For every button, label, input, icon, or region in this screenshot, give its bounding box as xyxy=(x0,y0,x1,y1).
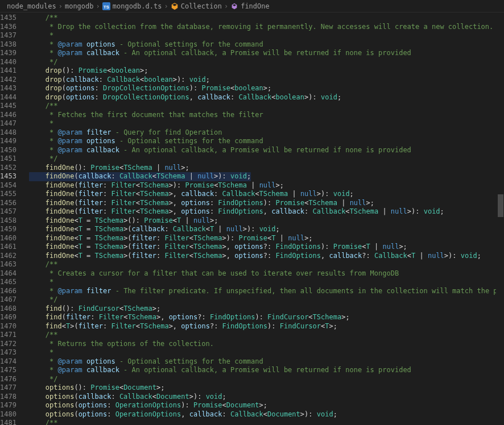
line-number: 1460 xyxy=(0,234,16,243)
code-line[interactable]: * xyxy=(29,348,504,357)
code-line[interactable]: find(): FindCursor<TSchema>; xyxy=(29,305,504,314)
code-line[interactable]: options(options: OperationOptions): Prom… xyxy=(29,401,504,410)
code-line[interactable]: /** xyxy=(29,419,504,425)
line-number: 1465 xyxy=(0,278,16,287)
code-line[interactable]: * @param filter - The filter predicate. … xyxy=(29,287,504,296)
line-number: 1455 xyxy=(0,190,16,199)
code-line[interactable]: * xyxy=(29,119,504,128)
code-line[interactable]: findOne(filter: Filter<TSchema>, callbac… xyxy=(29,190,504,199)
breadcrumb-label: node_modules xyxy=(7,2,56,10)
line-number: 1435 xyxy=(0,14,16,23)
code-line[interactable]: * Drop the collection from the database,… xyxy=(29,23,504,32)
code-line[interactable]: /** xyxy=(29,260,504,269)
code-line[interactable]: findOne<T = TSchema>(): Promise<T | null… xyxy=(29,216,504,226)
breadcrumb[interactable]: node_modules › mongodb › TS mongodb.d.ts… xyxy=(0,0,504,13)
line-number: 1461 xyxy=(0,243,16,252)
line-number: 1456 xyxy=(0,199,16,208)
code-line[interactable]: drop(): Promise<boolean>; xyxy=(29,66,504,76)
code-line[interactable]: drop(options: DropCollectionOptions, cal… xyxy=(29,93,504,102)
line-number: 1445 xyxy=(0,102,16,111)
code-line[interactable]: * @param options - Optional settings for… xyxy=(29,137,504,146)
code-line[interactable]: * Returns the options of the collection. xyxy=(29,340,504,349)
line-number: 1443 xyxy=(0,84,16,93)
line-number: 1467 xyxy=(0,295,16,305)
code-line[interactable]: findOne<T = TSchema>(filter: Filter<TSch… xyxy=(29,252,504,261)
chevron-right-icon: › xyxy=(224,2,228,10)
code-line[interactable]: findOne(filter: Filter<TSchema>): Promis… xyxy=(29,181,504,190)
breadcrumb-label: findOne xyxy=(241,2,270,10)
line-number-gutter: 1435143614371438143914401441144214431444… xyxy=(0,13,27,425)
code-editor[interactable]: 1435143614371438143914401441144214431444… xyxy=(0,13,504,425)
line-number: 1473 xyxy=(0,348,16,357)
svg-text:TS: TS xyxy=(104,4,109,9)
line-number: 1469 xyxy=(0,313,16,322)
line-number: 1466 xyxy=(0,287,16,296)
code-line[interactable]: */ xyxy=(29,58,504,67)
code-line[interactable]: */ xyxy=(29,295,504,305)
line-number: 1479 xyxy=(0,401,16,410)
vertical-scrollbar[interactable] xyxy=(496,13,504,425)
code-line[interactable]: options(options: OperationOptions, callb… xyxy=(29,410,504,419)
line-number: 1478 xyxy=(0,393,16,402)
code-line[interactable]: /** xyxy=(29,102,504,111)
code-line[interactable]: * xyxy=(29,278,504,287)
line-number: 1477 xyxy=(0,384,16,393)
code-line[interactable]: options(): Promise<Document>; xyxy=(29,384,504,393)
code-line[interactable]: * Creates a cursor for a filter that can… xyxy=(29,269,504,278)
code-line[interactable]: * @param options - Optional settings for… xyxy=(29,40,504,49)
line-number: 1480 xyxy=(0,410,16,419)
line-number: 1451 xyxy=(0,155,16,164)
line-number: 1457 xyxy=(0,207,16,216)
code-line[interactable]: find<T>(filter: Filter<TSchema>, options… xyxy=(29,322,504,331)
line-number: 1468 xyxy=(0,305,16,314)
code-line[interactable]: findOne(): Promise<TSchema | null>; xyxy=(29,164,504,173)
line-number: 1472 xyxy=(0,340,16,349)
code-line[interactable]: * @param callback - An optional callback… xyxy=(29,49,504,58)
code-line[interactable]: * @param callback - An optional callback… xyxy=(29,366,504,375)
line-number: 1436 xyxy=(0,23,16,32)
line-number: 1447 xyxy=(0,119,16,128)
line-number: 1464 xyxy=(0,269,16,278)
line-number: 1463 xyxy=(0,260,16,269)
code-line[interactable]: options(callback: Callback<Document>): v… xyxy=(29,393,504,402)
typescript-file-icon: TS xyxy=(102,2,110,10)
code-line[interactable]: findOne<T = TSchema>(filter: Filter<TSch… xyxy=(29,234,504,243)
line-number: 1454 xyxy=(0,181,16,190)
chevron-right-icon: › xyxy=(96,2,100,10)
code-line[interactable]: * Fetches the first document that matche… xyxy=(29,111,504,120)
code-line[interactable]: findOne(filter: Filter<TSchema>, options… xyxy=(29,199,504,208)
code-line[interactable]: /** xyxy=(29,331,504,340)
code-line[interactable]: */ xyxy=(29,375,504,384)
line-number: 1442 xyxy=(0,76,16,85)
code-line[interactable]: findOne<T = TSchema>(filter: Filter<TSch… xyxy=(29,243,504,252)
breadcrumb-item[interactable]: mongodb xyxy=(65,2,94,10)
symbol-class-icon xyxy=(171,2,179,10)
code-line[interactable]: * xyxy=(29,31,504,40)
code-line[interactable]: findOne(callback: Callback<TSchema | nul… xyxy=(29,172,504,181)
chevron-right-icon: › xyxy=(164,2,168,10)
breadcrumb-label: Collection xyxy=(181,2,222,10)
code-line[interactable]: find(filter: Filter<TSchema>, options?: … xyxy=(29,313,504,322)
code-line[interactable]: findOne(filter: Filter<TSchema>, options… xyxy=(29,207,504,216)
code-line[interactable]: drop(callback: Callback<boolean>): void; xyxy=(29,76,504,85)
line-number: 1441 xyxy=(0,66,16,76)
breadcrumb-item[interactable]: Collection xyxy=(171,2,222,10)
line-number: 1481 xyxy=(0,419,16,425)
code-content[interactable]: /** * Drop the collection from the datab… xyxy=(27,13,504,425)
breadcrumb-item[interactable]: findOne xyxy=(230,2,270,10)
line-number: 1474 xyxy=(0,357,16,366)
code-line[interactable]: */ xyxy=(29,155,504,164)
chevron-right-icon: › xyxy=(59,2,63,10)
breadcrumb-item[interactable]: TS mongodb.d.ts xyxy=(102,2,162,10)
code-line[interactable]: * @param callback - An optional callback… xyxy=(29,146,504,155)
code-line[interactable]: findOne<T = TSchema>(callback: Callback<… xyxy=(29,225,504,234)
line-number: 1458 xyxy=(0,216,16,226)
line-number: 1475 xyxy=(0,366,16,375)
code-line[interactable]: /** xyxy=(29,14,504,23)
code-line[interactable]: * @param filter - Query for find Operati… xyxy=(29,128,504,138)
breadcrumb-item[interactable]: node_modules xyxy=(7,2,56,10)
breadcrumb-label: mongodb xyxy=(65,2,94,10)
scrollbar-thumb[interactable] xyxy=(498,194,503,217)
code-line[interactable]: * @param options - Optional settings for… xyxy=(29,357,504,366)
code-line[interactable]: drop(options: DropCollectionOptions): Pr… xyxy=(29,84,504,93)
